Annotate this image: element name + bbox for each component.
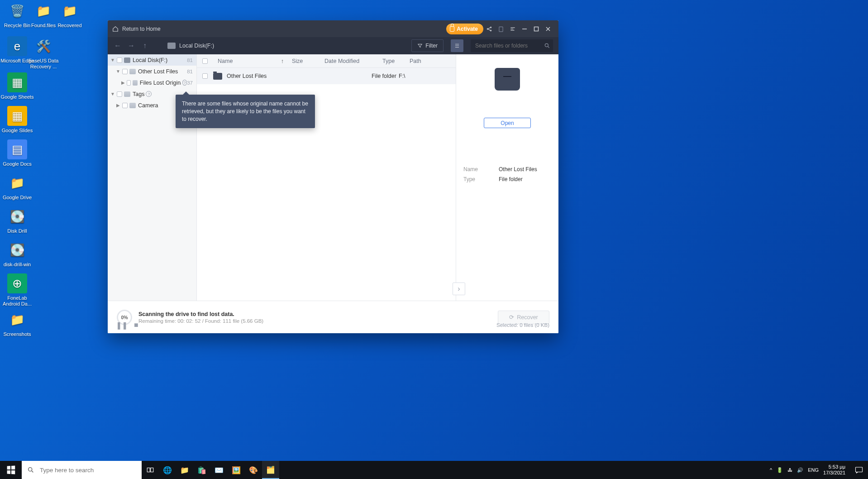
tray-network-icon[interactable]: 🖧: [787, 467, 792, 473]
svg-rect-3: [499, 27, 503, 32]
tree-label: Other Lost Files: [138, 68, 178, 75]
search-icon: [544, 43, 550, 49]
scan-title: Scanning the drive to find lost data.: [138, 311, 263, 317]
select-all-checkbox[interactable]: [202, 58, 208, 64]
svg-rect-9: [856, 467, 863, 472]
activate-button[interactable]: Activate: [446, 24, 483, 34]
desktop-icon[interactable]: 📁Google Drive: [0, 173, 34, 201]
tooltip: There are some files whose original name…: [176, 95, 315, 128]
detail-row: NameOther Lost Files: [456, 164, 558, 174]
chevron-down-icon[interactable]: ▼: [116, 69, 120, 74]
tree-item-files-lost-original[interactable]: ▶ Files Lost Original N... ? 37: [108, 77, 196, 88]
taskbar-app-explorer[interactable]: 📁: [176, 461, 193, 479]
taskbar-app-store[interactable]: 🛍️: [193, 461, 210, 479]
scan-status: Scanning the drive to find lost data. Re…: [138, 311, 263, 324]
selection-count: Selected: 0 files (0 KB): [496, 322, 549, 328]
desktop-icon[interactable]: ⊕FoneLab Android Da...: [0, 273, 34, 307]
taskbar-app-easeus[interactable]: 🗂️: [262, 461, 279, 479]
list-item[interactable]: Other Lost Files File folder F:\: [197, 68, 456, 84]
col-type[interactable]: Type: [378, 58, 405, 64]
cell-type: File folder: [372, 73, 399, 79]
filter-button[interactable]: Filter: [411, 39, 444, 52]
col-path[interactable]: Path: [405, 58, 456, 64]
minimize-button[interactable]: [519, 23, 530, 35]
maximize-button[interactable]: [530, 23, 542, 35]
tree-count: 81: [187, 69, 193, 74]
open-button[interactable]: Open: [484, 118, 531, 128]
breadcrumb[interactable]: Local Disk(F:): [167, 43, 214, 49]
desktop-icon[interactable]: 📁Recovered: [52, 1, 87, 29]
taskbar-search[interactable]: [22, 461, 142, 479]
windows-icon: [7, 466, 15, 474]
chevron-down-icon[interactable]: ▼: [110, 91, 115, 96]
start-button[interactable]: [0, 461, 22, 479]
help-icon[interactable]: ?: [146, 91, 152, 97]
col-date[interactable]: Date Modified: [320, 58, 378, 64]
nav-forward-button[interactable]: →: [127, 41, 136, 50]
chevron-right-icon[interactable]: ▶: [121, 80, 125, 85]
chevron-down-icon[interactable]: ▼: [110, 57, 115, 62]
desktop-icon[interactable]: ▦Google Sheets: [0, 72, 34, 100]
taskbar-app-photos[interactable]: 🖼️: [228, 461, 245, 479]
close-button[interactable]: [542, 23, 554, 35]
svg-point-5: [545, 43, 548, 47]
menu-icon[interactable]: [507, 23, 519, 35]
checkbox[interactable]: [117, 57, 122, 63]
desktop-icon[interactable]: 🛠️EaseUS Data Recovery ...: [26, 36, 61, 69]
taskbar-app-mail[interactable]: ✉️: [210, 461, 228, 479]
cell-path: F:\: [399, 73, 456, 79]
clock-date: 17/3/2021: [823, 470, 845, 476]
view-toggle-button[interactable]: [451, 39, 463, 52]
app-body: ▼ Local Disk(F:) 81 ▼ Other Lost Files 8…: [108, 54, 558, 301]
folder-icon: [133, 80, 137, 86]
nav-up-button[interactable]: ↑: [140, 41, 149, 50]
task-view-button[interactable]: [142, 461, 159, 479]
tray-clock[interactable]: 5:53 μμ 17/3/2021: [823, 464, 845, 475]
desktop-icon[interactable]: 💽Disk Drill: [0, 206, 34, 234]
drive-icon: [495, 72, 520, 91]
tree-item-disk[interactable]: ▼ Local Disk(F:) 81: [108, 54, 196, 66]
next-page-button[interactable]: ›: [453, 283, 465, 295]
history-icon[interactable]: [495, 23, 507, 35]
stop-button[interactable]: ■: [134, 321, 138, 330]
tree-label: Local Disk(F:): [133, 57, 167, 63]
tray-volume-icon[interactable]: 🔊: [797, 467, 803, 473]
desktop-icon[interactable]: ▤Google Docs: [0, 139, 34, 167]
col-size[interactable]: Size: [287, 58, 320, 64]
breadcrumb-label: Local Disk(F:): [179, 43, 214, 49]
taskbar-app-edge[interactable]: 🌐: [159, 461, 176, 479]
svg-point-2: [490, 30, 491, 31]
desktop-icon[interactable]: 📁Screenshots: [0, 310, 34, 337]
checkbox[interactable]: [127, 80, 131, 86]
share-icon[interactable]: [483, 23, 495, 35]
desktop-icon[interactable]: ▦Google Slides: [0, 106, 34, 134]
search-input[interactable]: [471, 39, 553, 52]
help-icon[interactable]: ?: [182, 80, 187, 86]
checkbox[interactable]: [117, 91, 122, 97]
tree-label: Files Lost Original N...: [140, 80, 181, 86]
tree-count: 81: [187, 57, 193, 63]
col-name[interactable]: Name ↑: [213, 58, 287, 64]
nav-back-button[interactable]: ←: [113, 41, 122, 50]
checkbox[interactable]: [122, 103, 128, 108]
folder-icon: [129, 103, 136, 108]
checkbox[interactable]: [202, 73, 208, 79]
tree-item-other-lost[interactable]: ▼ Other Lost Files 81: [108, 66, 196, 77]
pause-button[interactable]: ❚❚: [116, 321, 128, 330]
desktop-icon[interactable]: 💽disk-drill-win: [0, 240, 34, 268]
chevron-right-icon[interactable]: ▶: [116, 103, 120, 108]
tray-chevron-icon[interactable]: ^: [770, 467, 772, 473]
folder-icon: [124, 91, 130, 97]
checkbox[interactable]: [122, 69, 128, 74]
home-icon: [112, 26, 119, 32]
action-center-button[interactable]: [850, 466, 868, 474]
details-panel: Open NameOther Lost Files TypeFile folde…: [456, 54, 558, 301]
return-home-button[interactable]: Return to Home: [112, 26, 161, 32]
search-field[interactable]: [474, 42, 544, 49]
cell-name: Other Lost Files: [227, 73, 372, 79]
tray-language[interactable]: ENG: [808, 467, 819, 473]
taskbar-search-input[interactable]: [39, 466, 136, 474]
tray-power-icon[interactable]: 🔋: [777, 467, 783, 473]
taskbar-app-paint[interactable]: 🎨: [245, 461, 262, 479]
recover-button[interactable]: ⟳ Recover: [498, 311, 549, 324]
